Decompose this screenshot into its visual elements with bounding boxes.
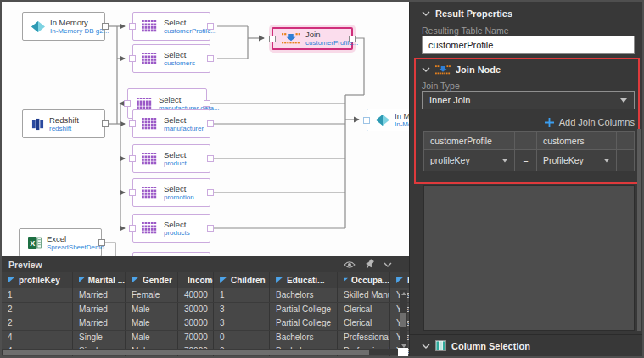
input-port[interactable]	[363, 117, 370, 124]
section-result-properties[interactable]: Result Properties	[422, 8, 512, 19]
panel-scrollbar-thumb[interactable]	[637, 129, 641, 331]
column-header[interactable]: Children	[214, 272, 270, 288]
output-port[interactable]	[102, 120, 109, 127]
node-excel-source[interactable]: Excel SpreadSheetDemo...	[19, 228, 102, 256]
input-port[interactable]	[124, 100, 131, 107]
filter-flag-icon	[344, 277, 348, 283]
column-header[interactable]: Ho	[390, 272, 410, 288]
input-port[interactable]	[269, 36, 276, 42]
preview-header-row: profileKey Marital ... Gender Income Chi…	[2, 272, 409, 288]
table-grid-icon	[142, 118, 159, 131]
cell: 0	[214, 331, 270, 344]
cell: 1	[2, 288, 73, 302]
dataflow-canvas[interactable]: In Memory In-Memory DB g2... Select cust…	[2, 2, 410, 256]
node-title: In Mem	[395, 111, 410, 120]
table-row[interactable]: 1 Married Female 40000 1 Bachelors Skill…	[2, 288, 409, 303]
cell: 30000	[178, 303, 214, 316]
section-title: Result Properties	[435, 8, 512, 19]
node-title: Select	[164, 184, 194, 193]
node-subtitle: manufacturer	[164, 125, 204, 133]
output-port[interactable]	[207, 155, 214, 162]
node-title: Redshift	[49, 115, 79, 125]
column-header[interactable]: Marital ...	[73, 272, 126, 288]
input-port[interactable]	[129, 189, 136, 196]
section-column-selection[interactable]: Column Selection	[422, 340, 530, 351]
cell: Single	[73, 331, 126, 344]
node-select-customerprofile[interactable]: Select customerProfile...	[132, 12, 210, 41]
node-select-product[interactable]: Select product	[132, 144, 210, 173]
section-title: Column Selection	[451, 341, 530, 351]
chevron-down-icon	[422, 67, 430, 72]
horizontal-scrollbar[interactable]	[2, 349, 399, 355]
left-column-dropdown[interactable]: profileKey	[423, 150, 515, 171]
scrollbar-corner	[398, 348, 408, 356]
join-type-dropdown[interactable]: Inner Join	[422, 91, 635, 109]
node-subtitle: In-Memo	[395, 120, 410, 129]
right-column-dropdown[interactable]: ProfileKey	[537, 150, 617, 171]
table-row[interactable]: 4 Single Male 70000 0 Bachelors Professi…	[2, 331, 409, 345]
scroll-thumb[interactable]	[400, 313, 406, 327]
node-in-memory-target[interactable]: In Mem In-Memo	[367, 109, 410, 131]
column-header[interactable]: Occupa...	[338, 272, 390, 288]
table-grid-icon	[142, 20, 159, 33]
node-select-manufacturer[interactable]: Select manufacturer	[132, 109, 210, 138]
output-port[interactable]	[349, 36, 356, 42]
node-select-promotion[interactable]: Select promotion	[132, 178, 210, 207]
resulting-table-name-input[interactable]	[422, 36, 635, 54]
node-join[interactable]: Join customerProfile...	[272, 27, 353, 50]
filter-flag-icon	[79, 277, 85, 283]
input-port[interactable]	[129, 120, 136, 127]
output-port[interactable]	[204, 100, 210, 107]
input-port[interactable]	[129, 23, 136, 30]
right-column-value: ProfileKey	[543, 155, 584, 165]
pin-icon[interactable]	[364, 259, 375, 270]
in-memory-icon	[31, 21, 45, 32]
chevron-down-icon[interactable]	[384, 262, 392, 267]
join-columns-grid: customerProfile customers profileKey = P…	[423, 131, 635, 171]
vertical-scrollbar[interactable]	[400, 290, 407, 350]
output-port[interactable]	[102, 23, 109, 30]
eye-icon[interactable]	[344, 260, 356, 269]
input-port[interactable]	[129, 155, 136, 162]
output-port[interactable]	[207, 55, 214, 62]
join-node-icon	[435, 65, 451, 75]
column-header[interactable]: Educati...	[270, 272, 338, 288]
cell: Skilled Manual	[338, 288, 390, 302]
excel-icon	[28, 236, 42, 249]
cell: 30000	[178, 316, 214, 330]
column-header[interactable]: Income	[178, 272, 214, 288]
output-port[interactable]	[207, 23, 214, 30]
table-row[interactable]: 2 Married Male 30000 3 Partial College C…	[2, 303, 409, 317]
node-select-customers[interactable]: Select customers	[132, 44, 210, 73]
dropdown-caret-icon	[604, 159, 609, 162]
input-port[interactable]	[129, 55, 136, 62]
output-port[interactable]	[207, 120, 214, 127]
node-select-products[interactable]: Select products	[132, 214, 210, 243]
join-type-label: Join Type	[422, 81, 460, 91]
output-port[interactable]	[98, 239, 105, 246]
output-port[interactable]	[207, 225, 214, 232]
table-grid-icon	[142, 53, 159, 65]
table-row[interactable]: 2 Married Male 30000 3 Partial College C…	[2, 316, 409, 331]
section-join-node[interactable]: Join Node	[422, 64, 501, 75]
cell: Bachelors	[270, 331, 338, 344]
output-port[interactable]	[207, 189, 214, 196]
cell: 1	[214, 288, 270, 302]
filter-flag-icon	[132, 277, 139, 283]
node-title: In Memory	[50, 18, 109, 27]
node-in-memory-source[interactable]: In Memory In-Memory DB g2...	[22, 12, 105, 41]
add-join-columns-link[interactable]: Add Join Columns	[422, 117, 635, 127]
column-header[interactable]: Gender	[126, 272, 178, 288]
node-title: Select	[164, 220, 190, 229]
scroll-thumb[interactable]	[3, 350, 369, 355]
scroll-up-arrow[interactable]	[401, 292, 406, 295]
node-redshift-source[interactable]: Redshift redshift	[22, 109, 105, 138]
column-header[interactable]: profileKey	[2, 272, 73, 288]
redshift-icon	[31, 118, 44, 131]
cell: 40000	[178, 288, 214, 302]
node-title: Select	[164, 150, 187, 159]
cell: 70000	[178, 331, 214, 344]
cell: Married	[73, 288, 126, 302]
cell: Married	[73, 303, 126, 316]
input-port[interactable]	[129, 225, 136, 232]
